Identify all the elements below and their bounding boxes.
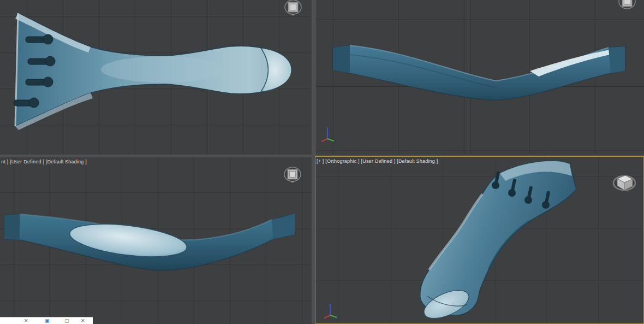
model-orthographic-view[interactable]: [315, 157, 644, 324]
model-front-view[interactable]: [0, 157, 312, 324]
viewport-top-right[interactable]: [316, 0, 644, 155]
model-top-view[interactable]: [0, 0, 312, 155]
maximize-icon[interactable]: ▢: [64, 317, 69, 324]
model-side-view[interactable]: [316, 0, 644, 155]
viewport-top-left[interactable]: [0, 0, 312, 155]
viewcube-icon[interactable]: [280, 165, 304, 187]
background-window-strip: ✕ ▣ ▢ ✕: [0, 317, 93, 324]
viewcube-icon[interactable]: [615, 0, 639, 14]
viewport-bottom-left[interactable]: nt ] [User Defined ] [Default Shading ]: [0, 157, 312, 324]
viewport-label-orthographic[interactable]: [+ ] [Orthographic ] [User Defined ] [De…: [317, 158, 438, 164]
close-icon[interactable]: ✕: [81, 317, 85, 324]
world-axis-icon: [322, 301, 338, 321]
viewport-orthographic[interactable]: [+ ] [Orthographic ] [User Defined ] [De…: [315, 156, 644, 324]
viewport-label-front[interactable]: nt ] [User Defined ] [Default Shading ]: [1, 159, 87, 164]
app-icon[interactable]: ▣: [45, 317, 50, 324]
close-icon[interactable]: ✕: [24, 317, 28, 324]
viewcube-icon[interactable]: [281, 0, 305, 21]
viewcube-icon[interactable]: [611, 170, 638, 196]
world-axis-icon: [319, 124, 336, 145]
